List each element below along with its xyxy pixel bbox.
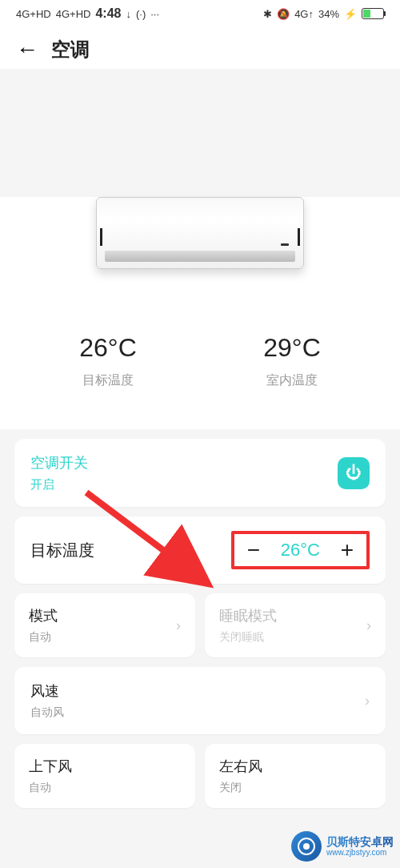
updown-wind-title: 上下风 xyxy=(29,757,72,776)
watermark-logo xyxy=(291,831,322,862)
target-temp-value: 26°C xyxy=(79,333,137,363)
battery-pct: 34% xyxy=(318,8,339,20)
target-temp-label: 目标温度 xyxy=(79,372,137,389)
mode-title: 模式 xyxy=(29,606,58,625)
power-icon: ⏻ xyxy=(346,464,362,482)
sleep-mode-card[interactable]: 睡眠模式 关闭睡眠 › xyxy=(205,593,386,657)
target-temp-card-label: 目标温度 xyxy=(30,540,94,561)
mode-card[interactable]: 模式 自动 › xyxy=(14,593,195,657)
status-bar: 4G+HD 4G+HD 4:48 ↓ (·) ··· ✱ 🔕 4G↑ 34% ⚡ xyxy=(0,0,400,27)
svg-point-3 xyxy=(303,843,310,850)
chevron-right-icon: › xyxy=(366,617,371,634)
chevron-right-icon: › xyxy=(365,693,370,709)
indoor-temp-label: 室内温度 xyxy=(263,372,321,389)
page-title: 空调 xyxy=(51,37,90,62)
status-time: 4:48 xyxy=(95,6,121,21)
switch-label: 空调开关 xyxy=(30,453,88,472)
wind-speed-title: 风速 xyxy=(30,681,64,701)
temp-control-highlight: − 26°C + xyxy=(231,531,370,569)
back-button[interactable]: ← xyxy=(16,37,38,62)
status-right: ✱ 🔕 4G↑ 34% ⚡ xyxy=(263,8,384,20)
watermark-text: 贝斯特安卓网 xyxy=(326,836,394,848)
signal-1: 4G+HD xyxy=(16,8,51,20)
watermark-url: www.zjbstyy.com xyxy=(326,848,394,857)
leftright-wind-title: 左右风 xyxy=(219,757,262,776)
watermark: 贝斯特安卓网 www.zjbstyy.com xyxy=(291,831,394,862)
page-header: ← 空调 xyxy=(0,27,400,69)
wind-speed-card[interactable]: 风速 自动风 › xyxy=(14,667,386,734)
temp-plus-button[interactable]: + xyxy=(339,537,355,563)
signal-2: 4G+HD xyxy=(56,8,91,20)
download-icon: ↓ xyxy=(126,8,131,20)
indoor-temp-value: 29°C xyxy=(263,333,321,363)
sleep-title: 睡眠模式 xyxy=(219,606,277,625)
temp-control-value: 26°C xyxy=(281,540,320,561)
leftright-wind-sub: 关闭 xyxy=(219,781,262,795)
leftright-wind-card[interactable]: 左右风 关闭 xyxy=(205,744,386,808)
content-top: 26°C 目标温度 29°C 室内温度 xyxy=(0,197,400,429)
temp-minus-button[interactable]: − xyxy=(246,537,262,563)
ac-unit-image xyxy=(96,197,304,269)
power-button[interactable]: ⏻ xyxy=(338,457,370,489)
chevron-right-icon: › xyxy=(176,617,181,634)
updown-wind-sub: 自动 xyxy=(29,781,72,795)
wind-speed-sub: 自动风 xyxy=(30,705,64,720)
target-temp-card: 目标温度 − 26°C + xyxy=(14,516,386,584)
network-icon: 4G↑ xyxy=(294,8,314,20)
temperature-row: 26°C 目标温度 29°C 室内温度 xyxy=(0,301,400,413)
battery-icon xyxy=(362,8,384,19)
charging-icon: ⚡ xyxy=(344,8,357,20)
updown-wind-card[interactable]: 上下风 自动 xyxy=(14,744,195,808)
hotspot-icon: (·) xyxy=(136,8,146,20)
ac-switch-card[interactable]: 空调开关 开启 ⏻ xyxy=(14,439,386,507)
sleep-sub: 关闭睡眠 xyxy=(219,630,277,645)
dnd-icon: 🔕 xyxy=(277,8,290,20)
mode-sub: 自动 xyxy=(29,630,58,645)
indoor-temp-block: 29°C 室内温度 xyxy=(263,333,321,389)
switch-status: 开启 xyxy=(30,477,88,492)
more-icon: ··· xyxy=(150,8,159,20)
status-left: 4G+HD 4G+HD 4:48 ↓ (·) ··· xyxy=(16,6,159,21)
target-temp-block: 26°C 目标温度 xyxy=(79,333,137,389)
bluetooth-icon: ✱ xyxy=(263,8,272,20)
